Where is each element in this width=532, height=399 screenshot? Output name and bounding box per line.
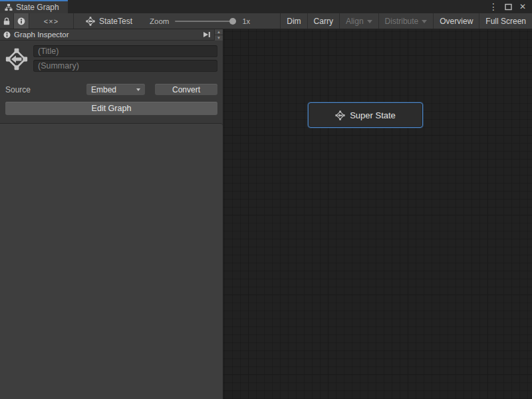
lock-icon [3, 17, 10, 25]
distribute-button-label: Distribute [385, 17, 419, 26]
source-label: Source [5, 85, 86, 94]
zoom-slider[interactable] [175, 17, 236, 26]
super-state-icon [5, 47, 28, 71]
convert-button[interactable]: Convert [155, 84, 217, 95]
graph-inspector-panel: Graph Inspector ▲ ▼ [0, 29, 223, 399]
chevron-down-icon [422, 20, 427, 23]
main-content: Graph Inspector ▲ ▼ [0, 29, 532, 399]
super-state-node[interactable]: Super State [308, 102, 423, 128]
align-button-label: Align [346, 17, 364, 26]
inspector-empty-area [0, 123, 223, 399]
graph-hierarchy-icon [5, 3, 13, 11]
title-field[interactable] [33, 45, 217, 57]
panel-title: Graph Inspector [14, 31, 200, 39]
graph-toolbar: <×> StateTest Zoom 1x Dim [0, 13, 532, 29]
state-icon [335, 110, 345, 120]
inspector-toggle-button[interactable] [14, 13, 29, 29]
carry-button-label: Carry [314, 17, 333, 26]
zoom-slider-thumb[interactable] [229, 18, 236, 25]
graph-inspector-header: Graph Inspector ▲ ▼ [0, 29, 223, 41]
distribute-button[interactable]: Distribute [378, 13, 434, 29]
full-screen-button[interactable]: Full Screen [479, 13, 532, 29]
dock-panel-button[interactable] [200, 30, 213, 40]
zoom-value: 1x [242, 17, 250, 25]
zoom-label: Zoom [150, 17, 169, 25]
lock-button[interactable] [0, 13, 14, 29]
dock-icon [202, 31, 211, 39]
scroll-up-icon[interactable]: ▲ [215, 29, 223, 35]
window-menu-icon[interactable]: ⋮ [488, 1, 499, 12]
info-icon [17, 17, 25, 25]
chevron-down-icon [136, 88, 140, 91]
scroll-down-icon[interactable]: ▼ [215, 35, 223, 41]
align-button[interactable]: Align [339, 13, 378, 29]
code-icon: <×> [44, 17, 59, 25]
zoom-slider-track [175, 21, 236, 22]
tab-state-graph[interactable]: State Graph [0, 0, 68, 13]
carry-button[interactable]: Carry [307, 13, 339, 29]
unity-window: State Graph ⋮ ✕ <×> [0, 0, 532, 399]
inspector-fields-section: Source Embed Convert Edit Graph [0, 41, 223, 123]
source-dropdown[interactable]: Embed [86, 84, 145, 95]
chevron-down-icon [367, 20, 372, 23]
convert-button-label: Convert [172, 85, 200, 94]
source-dropdown-value: Embed [91, 85, 116, 94]
full-screen-button-label: Full Screen [485, 17, 526, 26]
state-graph-icon [86, 17, 95, 26]
edit-graph-button[interactable]: Edit Graph [5, 102, 217, 115]
tab-bar: State Graph ⋮ ✕ [0, 0, 532, 13]
graph-canvas[interactable]: Super State [223, 29, 532, 399]
summary-field[interactable] [33, 60, 217, 72]
zoom-control: Zoom 1x [150, 13, 250, 29]
dim-button[interactable]: Dim [280, 13, 307, 29]
overview-button-label: Overview [440, 17, 473, 26]
panel-scroll-spinner: ▲ ▼ [214, 29, 223, 41]
breadcrumb[interactable]: StateTest [86, 13, 132, 29]
window-controls: ⋮ ✕ [488, 0, 532, 13]
breadcrumb-label: StateTest [99, 17, 132, 26]
maximize-icon[interactable] [503, 1, 513, 12]
info-icon [3, 31, 11, 39]
overview-button[interactable]: Overview [433, 13, 479, 29]
source-row: Source Embed Convert [5, 84, 217, 95]
close-icon[interactable]: ✕ [517, 1, 528, 12]
edit-graph-button-label: Edit Graph [92, 104, 132, 113]
tab-label: State Graph [16, 3, 59, 12]
view-source-button[interactable]: <×> [29, 13, 74, 29]
node-label: Super State [350, 110, 396, 120]
toolbar-right-buttons: Dim Carry Align Distribute Overview Full… [280, 13, 532, 29]
dim-button-label: Dim [287, 17, 301, 26]
